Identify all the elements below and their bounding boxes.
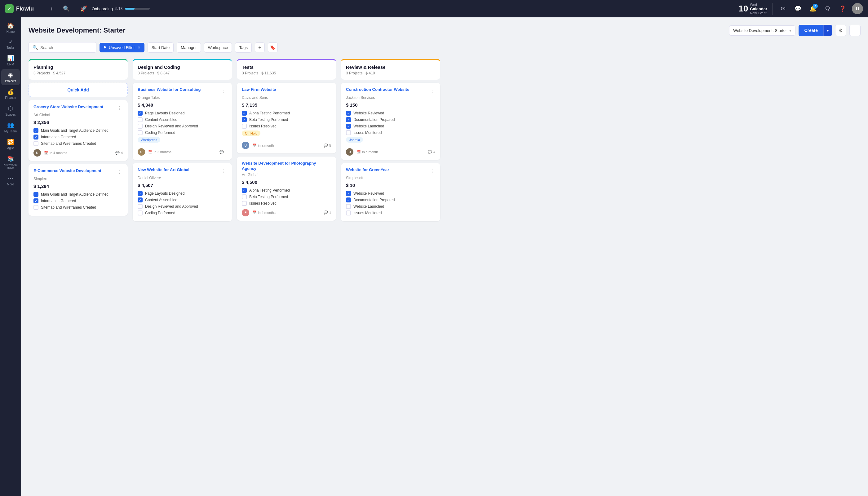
sidebar-item-myteam[interactable]: 👥 My Team [1,119,20,136]
settings-button[interactable]: ⚙ [835,25,846,36]
task-item: ✓ Documentation Prepared [346,198,435,202]
card-grocery[interactable]: Grocery Store Website Development ⋮ Art … [29,100,128,161]
card-avatar: F [242,209,249,216]
active-filter-chip[interactable]: ⚑ Unsaved Filter ✕ [99,43,144,52]
filter-manager[interactable]: Manager [177,43,201,53]
card-header-ecommerce: E-Commerce Website Development ⋮ [33,168,123,175]
filter-chip-close[interactable]: ✕ [137,45,141,50]
card-company-new-art: Daniel Olivere [138,176,227,180]
card-new-art-global[interactable]: New Website for Art Global ⋮ Daniel Oliv… [133,163,232,221]
calendar-area[interactable]: 10 Wed Calendar New Event [739,3,773,15]
filter-bar: 🔍 ⚑ Unsaved Filter ✕ Start Date Manager … [29,42,861,53]
checkbox-checked: ✓ [242,111,247,115]
filter-tags[interactable]: Tags [235,43,251,53]
card-greenyear[interactable]: Website for GreenYear ⋮ Simplesoft $ 10 … [341,163,440,221]
card-footer-business: U 📅 in 2 months 💬 1 [138,148,227,156]
more-icon: ⋯ [8,175,13,182]
search-box[interactable]: 🔍 [29,42,96,53]
sidebar: 🏠 Home ✓ Tasks 📊 CRM ◉ Projects 💰 Financ… [0,17,21,496]
logo[interactable]: ✓ Flowlu [5,4,42,13]
onboarding-progress: 5/13 [115,6,122,11]
card-ecommerce[interactable]: E-Commerce Website Development ⋮ Simplex… [29,164,128,216]
workspace-selector[interactable]: Website Development: Starter ▾ [729,26,795,36]
search-button[interactable]: 🔍 [61,3,72,14]
notification-button[interactable]: 🔔 6 [807,3,818,14]
create-button[interactable]: Create [799,25,823,36]
task-item: ✓ Website Reviewed [346,191,435,196]
home-icon: 🏠 [7,22,14,29]
card-header-greenyear: Website for GreenYear ⋮ [346,167,435,174]
checkbox-checked: ✓ [346,117,351,122]
card-photography[interactable]: Website Development for Photography Agen… [237,157,336,221]
checkbox-unchecked [138,124,143,129]
column-meta-tests: 3 Projects $ 11,635 [242,71,331,75]
filter-start-date[interactable]: Start Date [148,43,174,53]
sidebar-item-spaces[interactable]: ⬡ Spaces [1,103,20,119]
card-menu-ecommerce[interactable]: ⋮ [117,168,123,175]
card-title-business[interactable]: Business Website for Consulting [138,87,221,92]
column-design: Design and Coding 3 Projects $ 8,847 Bus… [133,59,232,221]
user-avatar[interactable]: U [852,3,863,14]
sidebar-item-knowledge[interactable]: 📚 Knowledge Base [1,153,20,172]
checkbox-unchecked [242,201,247,206]
sidebar-item-agile[interactable]: 🔁 Agile [1,136,20,152]
sidebar-label-home: Home [6,30,15,33]
filter-workspace[interactable]: Workspace [204,43,232,53]
card-menu-construction[interactable]: ⋮ [429,87,435,94]
message-button[interactable]: 🗨 [822,3,833,14]
task-item: ✓ Documentation Prepared [346,117,435,122]
card-construction[interactable]: Construction Contractor Website ⋮ Jackso… [341,83,440,160]
create-dropdown-button[interactable]: ▾ [823,25,832,36]
column-header-review: Review & Release 3 Projects $ 410 [341,59,440,80]
sidebar-item-home[interactable]: 🏠 Home [1,20,20,36]
header-actions: Website Development: Starter ▾ Create ▾ … [729,25,861,36]
checkbox-checked: ✓ [346,198,351,202]
card-date: 📅 in 2 months [148,150,171,154]
card-title-photography[interactable]: Website Development for Photography Agen… [242,161,325,171]
task-item: ✓ Page Layouts Designed [138,191,227,196]
card-menu-lawfirm[interactable]: ⋮ [325,87,331,94]
more-options-button[interactable]: ⋮ [849,25,861,36]
sidebar-item-crm[interactable]: 📊 CRM [1,52,20,68]
card-business[interactable]: Business Website for Consulting ⋮ Orange… [133,83,232,160]
filter-add-button[interactable]: ＋ [255,43,265,52]
sidebar-label-more: More [7,183,14,186]
card-menu-photography[interactable]: ⋮ [325,161,331,168]
filter-save-button[interactable]: 🔖 [268,43,278,52]
card-title-new-art[interactable]: New Website for Art Global [138,167,221,173]
calendar-label: Calendar [750,6,767,11]
card-menu-grocery[interactable]: ⋮ [117,105,123,112]
checkbox-unchecked [138,204,143,209]
search-input[interactable] [40,45,92,50]
card-title-ecommerce[interactable]: E-Commerce Website Development [33,168,117,174]
card-date: 📅 in 4 months [252,211,276,215]
chat-button[interactable]: 💬 [792,3,804,14]
card-title-lawfirm[interactable]: Law Firm Website [242,87,325,92]
task-item: ✓ Content Assembled [138,198,227,202]
card-title-construction[interactable]: Construction Contractor Website [346,87,429,92]
card-amount-lawfirm: $ 7,135 [242,102,331,108]
task-item: ✓ Beta Testing Performed [242,117,331,122]
onboarding-label: Onboarding [92,6,113,11]
quick-add-button[interactable]: Quick Add [29,83,128,97]
card-date: 📅 in 4 months [44,151,67,155]
sidebar-item-projects[interactable]: ◉ Projects [1,69,20,85]
onboarding-area[interactable]: 🚀 Onboarding 5/13 [78,3,150,14]
card-header-construction: Construction Contractor Website ⋮ [346,87,435,94]
card-menu-new-art[interactable]: ⋮ [221,167,227,174]
add-button[interactable]: ＋ [46,3,57,14]
sidebar-item-more[interactable]: ⋯ More [1,172,20,188]
card-menu-business[interactable]: ⋮ [221,87,227,94]
mail-button[interactable]: ✉ [777,3,789,14]
card-title-greenyear[interactable]: Website for GreenYear [346,167,429,173]
card-menu-greenyear[interactable]: ⋮ [429,167,435,174]
help-button[interactable]: ❓ [837,3,848,14]
card-company-greenyear: Simplesoft [346,176,435,180]
task-item: ✓ Alpha Testing Performed [242,188,331,193]
sidebar-item-finance[interactable]: 💰 Finance [1,86,20,102]
sidebar-item-tasks[interactable]: ✓ Tasks [1,36,20,52]
card-lawfirm[interactable]: Law Firm Website ⋮ Davis and Sons $ 7,13… [237,83,336,153]
card-title-grocery[interactable]: Grocery Store Website Development [33,105,117,110]
checkbox-checked: ✓ [138,191,143,196]
card-comments: 💬 1 [219,150,227,154]
